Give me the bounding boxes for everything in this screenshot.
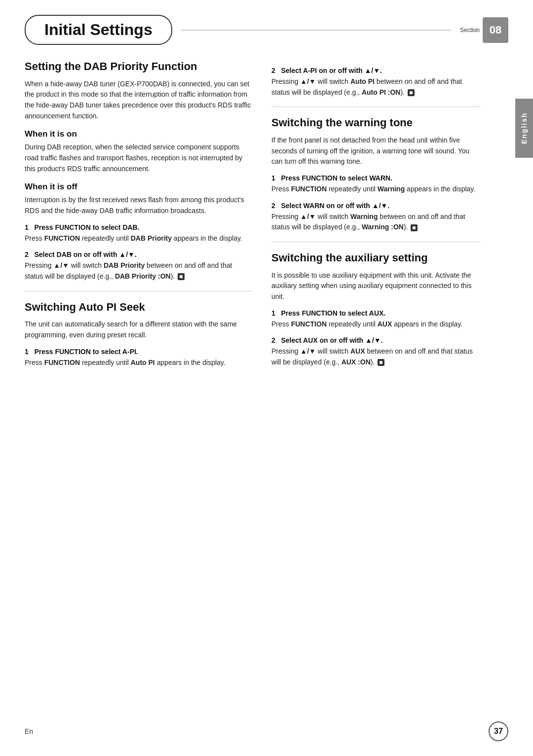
auxiliary-section: Switching the auxiliary setting It is po… <box>271 251 481 368</box>
warn-step2-heading: 2 Select WARN on or off with ▲/▼. <box>271 202 481 210</box>
section-badge-area: Section 08 <box>460 17 508 43</box>
auto-pi-section: Switching Auto PI Seek The unit can auto… <box>25 300 252 368</box>
dab-step2-heading: 2 Select DAB on or off with ▲/▼. <box>25 251 252 258</box>
auto-pi-step1-text: Press FUNCTION repeatedly until Auto PI … <box>25 358 252 368</box>
divider-1 <box>25 291 252 291</box>
section-number: 08 <box>483 17 508 43</box>
right-column: 2 Select A-PI on or off with ▲/▼. Pressi… <box>271 60 498 371</box>
footer-language: En <box>25 727 33 735</box>
when-off-heading: When it is off <box>25 182 252 192</box>
warn-step2-text: Pressing ▲/▼ will switch Warning between… <box>271 212 481 233</box>
warn-step1-text: Press FUNCTION repeatedly until Warning … <box>271 184 481 195</box>
auto-pi-step2-section: 2 Select A-PI on or off with ▲/▼. Pressi… <box>271 67 481 98</box>
aux-step1-text: Press FUNCTION repeatedly until AUX appe… <box>271 319 481 330</box>
auxiliary-title: Switching the auxiliary setting <box>271 251 481 265</box>
content-area: Setting the DAB Priority Function When a… <box>0 55 533 391</box>
aux-step2-heading: 2 Select AUX on or off with ▲/▼. <box>271 336 481 344</box>
aux-step2-text: Pressing ▲/▼ will switch AUX between on … <box>271 346 481 367</box>
left-column: Setting the DAB Priority Function When a… <box>25 60 252 371</box>
when-on-text: During DAB reception, when the selected … <box>25 142 252 174</box>
warn-step1-heading: 1 Press FUNCTION to select WARN. <box>271 174 481 182</box>
auto-pi-title: Switching Auto PI Seek <box>25 300 252 315</box>
header-spacer <box>181 30 451 31</box>
auto-pi-step1-heading: 1 Press FUNCTION to select A-PI. <box>25 348 252 356</box>
dab-step2-text: Pressing ▲/▼ will switch DAB Priority be… <box>25 260 252 282</box>
stop-icon-4 <box>378 359 384 366</box>
when-off-text: Interruption is by the first received ne… <box>25 195 252 216</box>
auto-pi-step2-text: Pressing ▲/▼ will switch Auto PI between… <box>271 76 481 98</box>
when-on-heading: When it is on <box>25 129 252 139</box>
warning-tone-section: Switching the warning tone If the front … <box>271 116 481 233</box>
stop-icon-3 <box>411 224 418 231</box>
title-box: Initial Settings <box>25 15 172 45</box>
auxiliary-intro: It is possible to use auxiliary equipmen… <box>271 270 481 302</box>
page: Initial Settings Section 08 English Sett… <box>0 0 533 756</box>
dab-step1-heading: 1 Press FUNCTION to select DAB. <box>25 223 252 231</box>
divider-2 <box>271 107 481 107</box>
dab-step1-text: Press FUNCTION repeatedly until DAB Prio… <box>25 233 252 244</box>
page-header: Initial Settings Section 08 <box>0 0 533 55</box>
page-title: Initial Settings <box>44 21 152 39</box>
warning-tone-title: Switching the warning tone <box>271 116 481 130</box>
dab-priority-section: Setting the DAB Priority Function When a… <box>25 60 252 282</box>
aux-step1-heading: 1 Press FUNCTION to select AUX. <box>271 309 481 317</box>
dab-priority-title: Setting the DAB Priority Function <box>25 60 252 74</box>
stop-icon-2 <box>408 89 415 96</box>
stop-icon <box>178 273 185 280</box>
page-footer: En 37 <box>0 721 533 741</box>
page-number: 37 <box>489 721 508 741</box>
footer-right: 37 <box>489 721 508 741</box>
section-label: Section <box>460 27 480 34</box>
auto-pi-step2-heading: 2 Select A-PI on or off with ▲/▼. <box>271 67 481 74</box>
divider-3 <box>271 242 481 242</box>
warning-tone-intro: If the front panel is not detached from … <box>271 135 481 167</box>
language-label: English <box>515 99 533 158</box>
dab-priority-intro: When a hide-away DAB tuner (GEX-P700DAB)… <box>25 79 252 122</box>
auto-pi-intro: The unit can automatically search for a … <box>25 319 252 340</box>
